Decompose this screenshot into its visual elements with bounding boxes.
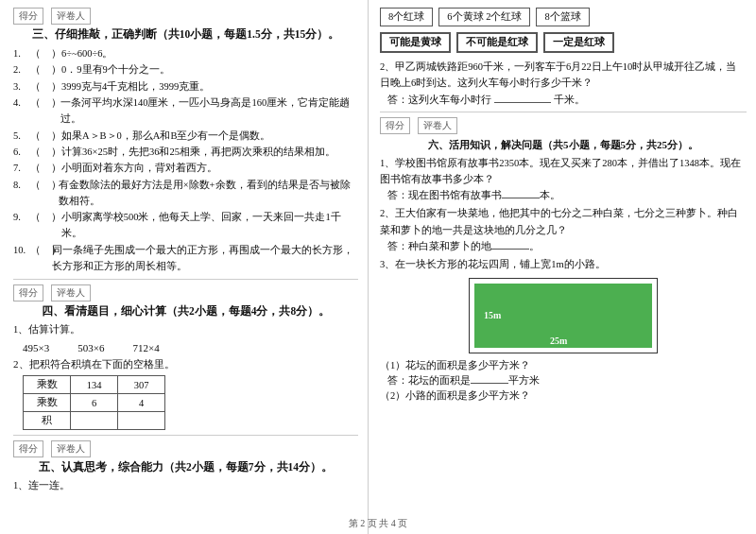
section5: 得分 评卷人 五、认真思考，综合能力（共2小题，每题7分，共14分）。 1、连一… bbox=[13, 440, 358, 494]
row1-col2: 4 bbox=[118, 394, 165, 412]
q3-sub1-answer-line bbox=[471, 383, 508, 384]
train-answer-line bbox=[494, 102, 551, 103]
section6: 得分 评卷人 六、活用知识，解决问题（共5小题，每题5分，共25分）。 1、学校… bbox=[380, 117, 747, 404]
mul-table: 乘数 134 307 乘数 6 4 积 bbox=[23, 375, 165, 430]
score-label-6: 得分 bbox=[380, 117, 410, 134]
section6-q1-text: 1、学校图书馆原有故事书2350本。现在又买来了280本，并借出了1348本。现… bbox=[380, 155, 747, 188]
q2-label-text: 2、把积符合积填在下面的空格里。 bbox=[13, 358, 175, 370]
row2-col0: 积 bbox=[24, 412, 71, 430]
section4-q1-label: 1、估算计算。 bbox=[13, 322, 358, 338]
header-col2: 307 bbox=[118, 376, 165, 394]
calc-3: 712×4 bbox=[132, 342, 159, 353]
section6-q3-text: 3、在一块长方形的花坛四周，铺上宽1m的小路。 bbox=[380, 256, 747, 272]
section6-q2-text: 2、王大伯家有一块菜地，他把其中的七分之二种白菜，七分之三种萝卜。种白菜和萝卜的… bbox=[380, 205, 747, 238]
q3-9: 9.（ ）小明家离学校500米，他每天上学、回家，一天来回一共走1千米。 bbox=[13, 209, 358, 242]
q1-answer-line bbox=[502, 198, 540, 198]
section6-title: 六、活用知识，解决问题（共5小题，每题5分，共25分）。 bbox=[380, 138, 747, 152]
score-label-5: 得分 bbox=[13, 440, 43, 457]
q3-5: 5.（ ）如果A＞B＞0，那么A和B至少有一个是偶数。 bbox=[13, 128, 358, 144]
table-row-1: 乘数 6 4 bbox=[24, 394, 165, 412]
divider-right-1 bbox=[380, 112, 747, 112]
footer-text: 第 2 页 共 4 页 bbox=[349, 518, 408, 528]
page-footer: 第 2 页 共 4 页 bbox=[0, 517, 756, 530]
q3-sub2-text: （2）小路的面积是多少平方米？ bbox=[380, 389, 747, 403]
reviewer-label-5: 评卷人 bbox=[51, 440, 91, 457]
reviewer-label-3: 评卷人 bbox=[51, 8, 91, 25]
section4-score-row: 得分 评卷人 bbox=[13, 284, 358, 301]
calc-1: 495×3 bbox=[23, 342, 49, 353]
section5-score-row: 得分 评卷人 bbox=[13, 440, 358, 457]
ball-box-2: 6个黄球 2个红球 bbox=[438, 8, 530, 26]
prob-box-3: 一定是红球 bbox=[543, 32, 614, 53]
table-row-2: 积 bbox=[24, 412, 165, 430]
calc-2: 503×6 bbox=[77, 342, 104, 353]
score-label-3: 得分 bbox=[13, 8, 43, 25]
q3-sub1-text: （1）花坛的面积是多少平方米？ bbox=[380, 359, 747, 372]
calc-row: 495×3 503×6 712×4 bbox=[23, 342, 358, 353]
rect-diagram: 15m 25m bbox=[469, 278, 658, 353]
section3-score-row: 得分 评卷人 bbox=[13, 8, 358, 25]
q2-train-answer: 答：这列火车每小时行千米。 bbox=[387, 94, 747, 107]
q3-7: 7.（ ）小明面对着东方向，背对着西方。 bbox=[13, 160, 358, 176]
mul-table-area: 乘数 134 307 乘数 6 4 积 bbox=[23, 375, 358, 430]
q3-sub1-answer: 答：花坛的面积是平方米 bbox=[387, 374, 747, 388]
q2-train-text: 2、甲乙两城铁路距960千米，一列客车于6月22日上午10时从甲城开往乙城，当日… bbox=[380, 59, 747, 92]
prob-row: 可能是黄球 不可能是红球 一定是红球 bbox=[380, 32, 747, 53]
header-col0: 乘数 bbox=[24, 376, 71, 394]
ball-row: 8个红球 6个黄球 2个红球 8个篮球 bbox=[380, 8, 747, 26]
inner-rect: 15m 25m bbox=[474, 284, 652, 348]
prob-box-2: 不可能是红球 bbox=[456, 32, 538, 53]
height-label: 15m bbox=[484, 310, 501, 320]
divider-3-4 bbox=[13, 279, 358, 280]
table-row-header: 乘数 134 307 bbox=[24, 376, 165, 394]
reviewer-label-6: 评卷人 bbox=[418, 117, 457, 134]
row1-col0: 乘数 bbox=[24, 394, 71, 412]
q3-4: 4.（ ）一条河平均水深140厘米，一匹小马身高是160厘米，它肯定能趟过。 bbox=[13, 95, 358, 128]
section4-q2-label: 2、把积符合积填在下面的空格里。 bbox=[13, 357, 358, 371]
left-column: 得分 评卷人 三、仔细推敲，正确判断（共10小题，每题1.5分，共15分）。 1… bbox=[0, 0, 369, 534]
q3-2: 2.（ ）0．9里有9个十分之一。 bbox=[13, 61, 358, 78]
prob-box-1: 可能是黄球 bbox=[380, 32, 451, 53]
q3-10: 10.（ ）同一条绳子先围成一个最大的正方形，再围成一个最大的长方形，长方形和正… bbox=[13, 242, 358, 275]
row1-col1: 6 bbox=[71, 394, 118, 412]
score-label-4: 得分 bbox=[13, 284, 43, 301]
right-column: 8个红球 6个黄球 2个红球 8个篮球 可能是黄球 不可能是红球 一定是红球 2… bbox=[369, 0, 756, 534]
section5-title: 五、认真思考，综合能力（共2小题，每题7分，共14分）。 bbox=[13, 460, 358, 474]
q3-3: 3.（ ）3999克与4千克相比，3999克重。 bbox=[13, 78, 358, 95]
section4-title: 四、看清题目，细心计算（共2小题，每题4分，共8分）。 bbox=[13, 304, 358, 319]
row2-col1 bbox=[71, 412, 118, 430]
section4: 得分 评卷人 四、看清题目，细心计算（共2小题，每题4分，共8分）。 1、估算计… bbox=[13, 284, 358, 430]
section6-q2-answer: 答：种白菜和萝卜的地。 bbox=[387, 240, 747, 253]
q2-answer-line bbox=[491, 249, 529, 250]
q3-6: 6.（ ）计算36×25时，先把36和25相乘，再把两次乘积的结果相加。 bbox=[13, 144, 358, 160]
q3-1: 1.（ ）6÷~600÷6。 bbox=[13, 45, 358, 61]
row2-col2 bbox=[118, 412, 165, 430]
section6-score-row: 得分 评卷人 bbox=[380, 117, 747, 134]
ball-box-1: 8个红球 bbox=[380, 8, 433, 26]
section5-q1-label: 1、连一连。 bbox=[13, 478, 358, 494]
width-label: 25m bbox=[550, 336, 567, 346]
ball-box-3: 8个篮球 bbox=[536, 8, 589, 26]
section6-q1-answer: 答：现在图书馆有故事书本。 bbox=[387, 189, 747, 202]
section3-questions: 1.（ ）6÷~600÷6。 2.（ ）0．9里有9个十分之一。 3.（ ）39… bbox=[13, 45, 358, 274]
reviewer-label-4: 评卷人 bbox=[51, 284, 91, 301]
divider-4-5 bbox=[13, 435, 358, 436]
section3: 得分 评卷人 三、仔细推敲，正确判断（共10小题，每题1.5分，共15分）。 1… bbox=[13, 8, 358, 274]
q3-8: 8.（ ）有金数除法的最好方法是用×除数+余数，看到的结果是否与被除数相符。 bbox=[13, 177, 358, 210]
section3-title: 三、仔细推敲，正确判断（共10小题，每题1.5分，共15分）。 bbox=[13, 27, 358, 42]
header-col1: 134 bbox=[71, 376, 118, 394]
